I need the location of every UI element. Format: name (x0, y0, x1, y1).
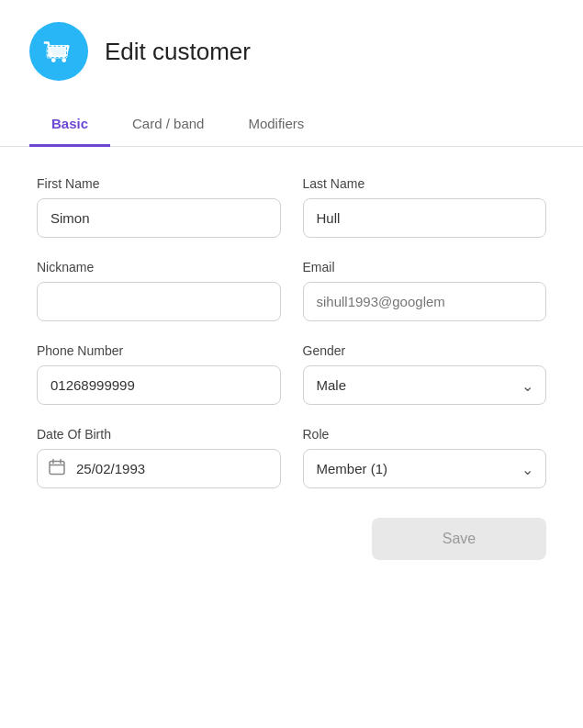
email-input[interactable] (303, 282, 547, 321)
last-name-label: Last Name (303, 176, 547, 191)
form-row-phone-gender: Phone Number Gender Male Female Other ⌄ (37, 343, 546, 405)
role-label: Role (303, 427, 547, 442)
svg-point-1 (51, 58, 56, 62)
nickname-group: Nickname (37, 260, 281, 321)
page-title: Edit customer (105, 38, 251, 66)
phone-group: Phone Number (37, 343, 281, 405)
form-row-dob-role: Date Of Birth Role Member (1) Admin (37, 427, 546, 488)
first-name-group: First Name (37, 176, 281, 238)
last-name-group: Last Name (303, 176, 547, 238)
form-row-name: First Name Last Name (37, 176, 546, 238)
save-row: Save (37, 510, 546, 560)
form-row-nickname-email: Nickname Email (37, 260, 546, 321)
role-select[interactable]: Member (1) Admin Staff (303, 449, 547, 488)
gender-select-wrapper: Male Female Other ⌄ (303, 365, 547, 405)
email-label: Email (303, 260, 547, 274)
dob-input-wrapper (37, 449, 281, 488)
page-header: Edit customer (0, 0, 583, 99)
tab-card-band[interactable]: Card / band (110, 99, 226, 147)
gender-select[interactable]: Male Female Other (303, 365, 547, 405)
dob-group: Date Of Birth (37, 427, 281, 488)
tab-modifiers[interactable]: Modifiers (226, 99, 326, 147)
phone-label: Phone Number (37, 343, 281, 358)
dob-label: Date Of Birth (37, 427, 281, 442)
form-body: First Name Last Name Nickname Email Phon… (0, 147, 583, 582)
role-select-wrapper: Member (1) Admin Staff ⌄ (303, 449, 547, 488)
first-name-label: First Name (37, 176, 281, 191)
nickname-input[interactable] (37, 282, 281, 321)
first-name-input[interactable] (37, 198, 281, 238)
gender-label: Gender (303, 343, 547, 358)
email-group: Email (303, 260, 547, 321)
app-logo (29, 22, 88, 81)
save-button[interactable]: Save (372, 518, 546, 560)
nickname-label: Nickname (37, 260, 281, 274)
role-group: Role Member (1) Admin Staff ⌄ (303, 427, 547, 488)
svg-point-2 (62, 58, 66, 62)
tabs-bar: Basic Card / band Modifiers (0, 99, 583, 147)
last-name-input[interactable] (303, 198, 547, 238)
gender-group: Gender Male Female Other ⌄ (303, 343, 547, 405)
phone-input[interactable] (37, 365, 281, 405)
tab-basic[interactable]: Basic (29, 99, 110, 147)
dob-input[interactable] (37, 449, 281, 488)
